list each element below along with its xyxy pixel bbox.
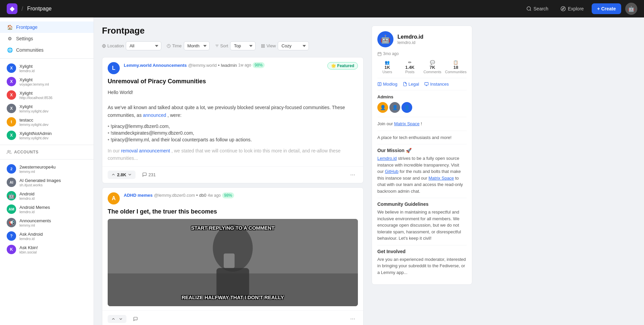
post-score: 98%: [253, 62, 265, 68]
sidebar-community-xylightnotadmin[interactable]: X XylightNotAdmin lemmy.xylight.dev: [0, 129, 94, 142]
svg-rect-9: [263, 46, 265, 48]
sidebar-community-android[interactable]: 🤖 Android lemdro.id: [0, 189, 94, 202]
left-sidebar: 🏠 Frontpage ⚙ Settings 🌐 Communities X X…: [0, 17, 94, 325]
community-avatar: X: [7, 90, 16, 100]
admin-avatar-2[interactable]: 👤: [389, 102, 400, 113]
more-button[interactable]: ···: [347, 314, 358, 324]
announced-link[interactable]: announced: [143, 112, 166, 118]
sidebar-community-ai-images[interactable]: AI AI Generated Images sh.itjust.works: [0, 176, 94, 189]
modlog-link[interactable]: Modlog: [377, 82, 397, 87]
stat-posts-value: 1.4K: [405, 65, 414, 70]
community-name: 2westerneurope4u: [19, 165, 56, 170]
community-avatar: 📢: [7, 218, 16, 227]
list-item: !steamdeckpirates@lemmy.dbzer0.com,: [108, 130, 358, 136]
stat-communities: 📋 18 Communities: [445, 60, 467, 74]
meme-bottom-text: REALIZE HALFWAY THAT I DON'T REALLY: [108, 292, 358, 303]
sidebar-item-frontpage[interactable]: 🏠 Frontpage: [0, 21, 94, 33]
sidebar-community-testacc[interactable]: t testacc lemmy.xylight.dev: [0, 115, 94, 129]
downvote-icon: [118, 317, 123, 321]
community-host: lemmy.ml: [19, 223, 51, 227]
app-logo[interactable]: ◆: [7, 3, 17, 14]
instances-link[interactable]: Instances: [424, 82, 449, 87]
time-filter-label: Time: [167, 43, 181, 48]
stat-comments-label: Comments: [424, 70, 441, 74]
sidebar-community-xylight-voyager[interactable]: X Xylight voyager.lemmy.ml: [0, 75, 94, 88]
sidebar-community-android-memes[interactable]: AM Android Memes lemdro.id: [0, 202, 94, 216]
admin-avatar-1[interactable]: 👤: [377, 102, 388, 113]
logo-icon: ◆: [10, 5, 14, 12]
upvote-button[interactable]: [108, 315, 126, 323]
sidebar-community-2westerneurope4u[interactable]: 2 2westerneurope4u lemmy.ml: [0, 162, 94, 176]
accounts-icon: [7, 150, 11, 154]
post-author-name[interactable]: lwadmin: [221, 63, 237, 68]
instance-links: Modlog Legal Instances: [377, 78, 467, 90]
sort-filter-label: Sort: [215, 43, 228, 48]
admin-avatar-3[interactable]: 👤: [401, 102, 412, 113]
post-avatar[interactable]: A: [108, 192, 120, 204]
post-para-3: In our removal announcement , we stated …: [108, 147, 358, 162]
legal-link[interactable]: Legal: [403, 82, 419, 87]
removal-link[interactable]: removal announcement: [121, 148, 170, 153]
post-community-name[interactable]: ADHD memes: [124, 193, 153, 198]
github-link[interactable]: GitHub: [385, 169, 398, 174]
sidebar-community-ask-kbin[interactable]: K Ask Kbin! kbin.social: [0, 243, 94, 256]
community-name: Ask Kbin!: [19, 245, 38, 250]
explore-button[interactable]: Explore: [556, 4, 588, 13]
stat-users-label: Users: [382, 70, 392, 74]
svg-point-0: [527, 7, 531, 10]
sidebar-item-settings[interactable]: ⚙ Settings: [0, 33, 94, 44]
navbar: ◆ / Frontpage Search Explore + Create 🤖: [0, 0, 644, 17]
upvote-button[interactable]: 2.8K: [108, 171, 136, 179]
post-community-name[interactable]: Lemmy.world Announcements: [124, 63, 187, 68]
more-button[interactable]: ···: [347, 170, 358, 180]
location-filter-label: Location: [102, 43, 124, 48]
community-host: lemmy.ml: [19, 170, 56, 174]
time-select[interactable]: Hour Day Week Month Year All: [184, 41, 210, 50]
matrix-link-2[interactable]: Matrix Space: [428, 176, 454, 181]
upvote-count: 2.8K: [117, 172, 126, 177]
community-info: Xylight lemdro.id: [19, 64, 35, 73]
downvote-icon: [127, 172, 132, 177]
lemdro-link[interactable]: Lemdro.id: [377, 156, 397, 161]
post-avatar[interactable]: L: [108, 62, 120, 74]
stat-posts: ✏ 1.4K Posts: [400, 60, 420, 74]
meme-top-text: START REPLYING TO A COMMENT: [108, 222, 358, 233]
location-select[interactable]: All Local Subscribed: [126, 41, 161, 50]
community-info: Xylight lemmy.xylight.dev: [19, 104, 49, 113]
sidebar-item-communities[interactable]: 🌐 Communities: [0, 44, 94, 56]
accounts-section-label: Accounts: [0, 148, 94, 156]
instance-header: 🤖 Lemdro.id lemdro.id: [377, 31, 467, 47]
view-icon: [261, 44, 265, 48]
comment-button[interactable]: [130, 315, 141, 323]
svg-rect-8: [262, 46, 263, 48]
community-avatar: AI: [7, 178, 16, 187]
sidebar-community-ask-android[interactable]: ? Ask Android lemdro.id: [0, 229, 94, 243]
sort-select[interactable]: Top Hot New Active: [230, 41, 256, 50]
search-button[interactable]: Search: [522, 4, 552, 13]
post-footer: ···: [102, 310, 363, 325]
svg-point-2: [8, 150, 9, 152]
community-host: lemmy.xylight.dev: [19, 136, 52, 140]
post-community-line: Lemmy.world Announcements @lemmy.world •…: [124, 62, 323, 68]
community-name: Xylight: [19, 77, 49, 82]
sidebar-community-xylight-xylight[interactable]: X Xylight lemmy.xylight.dev: [0, 102, 94, 115]
view-select[interactable]: Cozy Compact Card: [278, 41, 309, 50]
post-title[interactable]: The older I get, the truer this becomes: [102, 208, 363, 219]
sidebar-communities-label: Communities: [16, 47, 44, 53]
comment-button[interactable]: 231: [140, 171, 158, 179]
user-avatar[interactable]: 🤖: [625, 3, 637, 15]
sidebar-community-xylight-lemdro[interactable]: X Xylight lemdro.id: [0, 61, 94, 75]
sidebar-community-announcements[interactable]: 📢 Announcements lemmy.ml: [0, 216, 94, 229]
view-filter-label: View: [261, 43, 276, 48]
guidelines-text: We believe in maintaining a respectful a…: [377, 209, 467, 242]
sidebar-community-xylight-localhost[interactable]: X Xylight http://localhost:8536: [0, 88, 94, 102]
upvote-icon: [111, 172, 116, 177]
instance-host: lemdro.id: [397, 40, 423, 45]
instance-avatar[interactable]: 🤖: [377, 31, 393, 47]
create-button[interactable]: + Create: [592, 3, 621, 14]
post-author-name[interactable]: db0: [199, 193, 207, 198]
matrix-space-link[interactable]: Matrix Space: [394, 121, 420, 126]
post-author-sep: •: [196, 193, 198, 198]
post-title[interactable]: Unremoval of Piracy Communities: [102, 78, 363, 89]
location-filter-group: Location All Local Subscribed: [102, 41, 161, 50]
